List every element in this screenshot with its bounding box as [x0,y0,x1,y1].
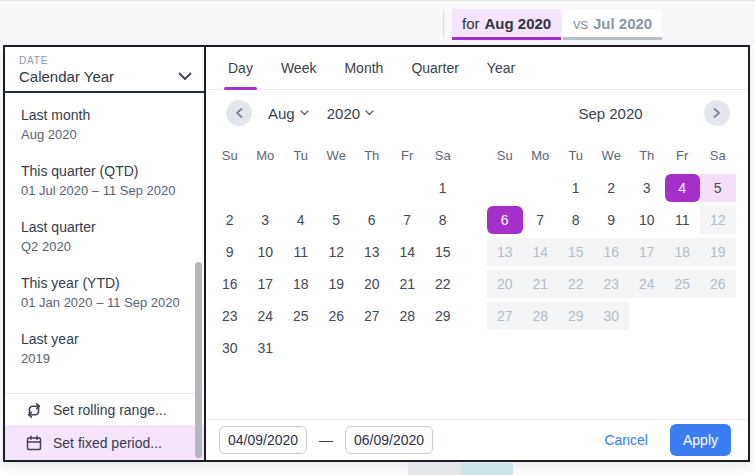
preset-this-quarter[interactable]: This quarter (QTD) 01 Jul 2020 – 11 Sep … [5,162,204,200]
calendar-area: Day Week Month Quarter Year Aug [206,47,748,460]
day-cell: 30 [594,302,630,330]
day-cell[interactable]: 6 [487,206,523,234]
day-cell[interactable]: 20 [354,270,390,298]
prev-month-button[interactable] [226,100,252,126]
week-row: 3031 [212,334,461,362]
day-cell[interactable]: 5 [319,206,355,234]
day-cell[interactable]: 21 [390,270,426,298]
day-cell[interactable]: 9 [212,238,248,266]
day-cell: 20 [487,270,523,298]
day-cell[interactable]: 27 [354,302,390,330]
next-month-button[interactable] [704,100,730,126]
day-cell[interactable]: 19 [319,270,355,298]
compare-period-prefix: vs [573,15,588,32]
day-cell[interactable]: 7 [523,206,559,234]
tab-week[interactable]: Week [281,47,317,89]
day-cell: 17 [629,238,665,266]
day-cell[interactable]: 23 [212,302,248,330]
day-cell[interactable]: 9 [594,206,630,234]
day-cell[interactable]: 14 [390,238,426,266]
day-cell[interactable]: 7 [390,206,426,234]
day-cell[interactable]: 2 [594,174,630,202]
background-chart-fragment [461,463,513,475]
day-cell[interactable]: 25 [283,302,319,330]
day-cell[interactable]: 3 [629,174,665,202]
day-cell[interactable]: 30 [212,334,248,362]
set-rolling-range-label: Set rolling range... [53,402,167,418]
arrow-right-icon [713,108,721,118]
day-cell-empty [354,334,390,362]
day-cell[interactable]: 24 [248,302,284,330]
day-cell[interactable]: 16 [212,270,248,298]
day-cell[interactable]: 4 [283,206,319,234]
week-row: 23242526272829 [212,302,461,330]
preset-label: Last month [21,106,188,125]
month-select-value: Aug [268,105,295,122]
end-date-input[interactable] [345,426,433,454]
tab-quarter[interactable]: Quarter [411,47,458,89]
preset-last-year[interactable]: Last year 2019 [5,330,204,368]
day-cell-empty [283,334,319,362]
preset-sub: 2019 [21,349,188,368]
day-cell[interactable]: 17 [248,270,284,298]
day-cell[interactable]: 10 [629,206,665,234]
day-cell[interactable]: 1 [558,174,594,202]
day-cell-empty [629,302,665,330]
day-cell[interactable]: 6 [354,206,390,234]
day-cell[interactable]: 28 [390,302,426,330]
range-dash: — [319,432,333,448]
day-cell[interactable]: 11 [283,238,319,266]
cancel-button[interactable]: Cancel [604,432,648,448]
day-cell[interactable]: 5 [700,174,736,202]
preset-this-year[interactable]: This year (YTD) 01 Jan 2020 – 11 Sep 202… [5,274,204,312]
preset-sub: 01 Jul 2020 – 11 Sep 2020 [21,181,188,200]
start-date-input[interactable] [219,426,307,454]
weekday-label: Fr [390,144,426,168]
day-cell-empty [212,174,248,202]
day-cell[interactable]: 18 [283,270,319,298]
primary-period-chip[interactable]: for Aug 2020 [452,9,561,40]
preset-last-quarter[interactable]: Last quarter Q2 2020 [5,218,204,256]
day-cell: 15 [558,238,594,266]
calendar-header: Aug 2020 Sep 2020 [206,90,748,136]
day-cell[interactable]: 29 [425,302,461,330]
set-fixed-period-item[interactable]: Set fixed period... [5,425,204,460]
sidebar-scrollbar-thumb[interactable] [195,262,202,458]
months-container: SuMoTuWeThFrSa12345678910111213141516171… [206,136,748,366]
apply-button[interactable]: Apply [670,424,731,456]
day-cell[interactable]: 12 [319,238,355,266]
day-cell[interactable]: 26 [319,302,355,330]
weekday-label: Sa [425,144,461,168]
weekday-header-row: SuMoTuWeThFrSa [212,144,461,168]
day-cell[interactable]: 3 [248,206,284,234]
preset-last-month[interactable]: Last month Aug 2020 [5,106,204,144]
day-cell[interactable]: 8 [425,206,461,234]
day-cell[interactable]: 4 [665,174,701,202]
day-cell[interactable]: 22 [425,270,461,298]
day-cell[interactable]: 11 [665,206,701,234]
day-cell[interactable]: 15 [425,238,461,266]
weekday-header-row: SuMoTuWeThFrSa [487,144,736,168]
date-picker-panel: DATE Calendar Year Last month Aug 2020 T… [3,45,750,462]
tab-day[interactable]: Day [228,47,253,89]
day-cell[interactable]: 1 [425,174,461,202]
day-cell: 22 [558,270,594,298]
month-select[interactable]: Aug [268,105,309,122]
day-cell[interactable]: 8 [558,206,594,234]
tab-year[interactable]: Year [487,47,515,89]
day-cell[interactable]: 10 [248,238,284,266]
year-select[interactable]: 2020 [327,105,374,122]
primary-period-prefix: for [462,15,480,32]
date-type-dropdown[interactable]: DATE Calendar Year [5,47,204,93]
year-select-value: 2020 [327,105,360,122]
day-cell-empty [700,302,736,330]
day-cell[interactable]: 13 [354,238,390,266]
set-rolling-range-item[interactable]: Set rolling range... [5,394,204,425]
day-cell-empty [425,334,461,362]
chevron-down-icon [300,110,309,116]
preset-label: Last quarter [21,218,188,237]
tab-month[interactable]: Month [344,47,383,89]
compare-period-chip[interactable]: vs Jul 2020 [563,9,662,40]
day-cell[interactable]: 2 [212,206,248,234]
day-cell[interactable]: 31 [248,334,284,362]
